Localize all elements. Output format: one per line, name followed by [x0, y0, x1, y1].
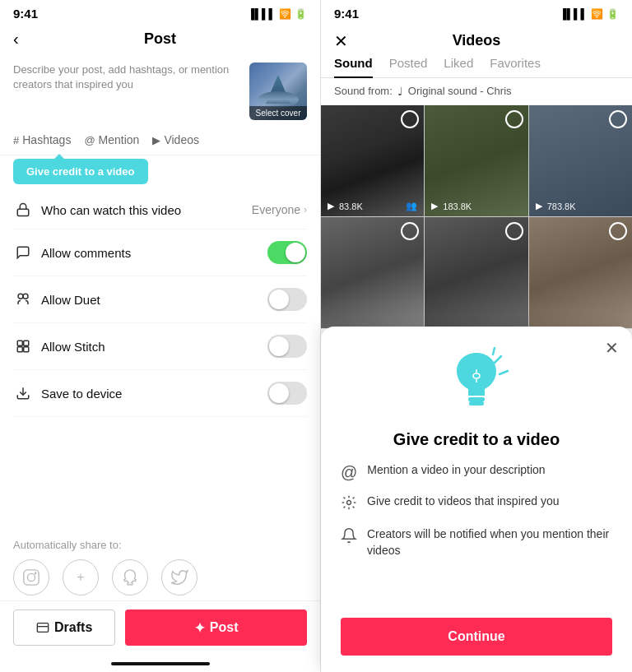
group-icon-1: 👥 — [406, 201, 417, 211]
close-button[interactable]: ✕ — [334, 31, 348, 51]
tab-sound[interactable]: Sound — [334, 56, 373, 78]
content-tabs: # Hashtags @ Mention ▶ Videos — [0, 128, 320, 155]
share-icons-row: + — [13, 559, 307, 596]
give-credit-tooltip[interactable]: Give credit to a video — [13, 159, 148, 184]
videos-title: Videos — [453, 32, 501, 49]
settings-list: Who can watch this video Everyone › Allo… — [0, 191, 320, 531]
tab-mention-label: Mention — [99, 133, 140, 146]
video-select-1[interactable] — [401, 110, 419, 128]
snapchat-share-button[interactable] — [112, 559, 148, 596]
video-select-4[interactable] — [401, 222, 419, 240]
setting-allow-comments: Allow comments — [13, 229, 307, 276]
play-icon-3: ▶ — [536, 201, 542, 211]
home-indicator-left — [111, 662, 210, 665]
video-cell-4[interactable] — [321, 217, 424, 328]
allow-comments-toggle[interactable] — [267, 241, 307, 264]
modal-feature-1: @ Mention a video in your description — [341, 462, 612, 482]
share-section: Automatically share to: + — [0, 531, 320, 600]
video-cell-1[interactable]: ▶ 83.8K 👥 — [321, 105, 424, 216]
signal-icon: ▐▌▌▌ — [248, 8, 276, 20]
give-credit-modal: ✕ Give credit to a video @ Men — [321, 327, 632, 672]
post-label: Post — [210, 620, 239, 635]
chevron-right-icon: › — [304, 204, 307, 216]
svg-rect-3 — [17, 341, 22, 345]
play-icon-2: ▶ — [431, 201, 438, 211]
bottom-action-bar: Drafts ✦ Post — [0, 600, 320, 662]
back-button[interactable]: ‹ — [13, 30, 19, 49]
select-cover-button[interactable]: Select cover — [249, 106, 307, 120]
status-bar-right: 9:41 ▐▌▌▌ 🛜 🔋 — [321, 0, 632, 24]
lock-icon — [13, 202, 33, 217]
modal-illustration — [341, 346, 612, 420]
tab-liked[interactable]: Liked — [444, 56, 473, 78]
modal-close-button[interactable]: ✕ — [605, 338, 619, 358]
post-button[interactable]: ✦ Post — [125, 609, 307, 646]
comment-icon — [13, 245, 33, 260]
toggle-knob-comments — [286, 243, 305, 262]
svg-rect-5 — [17, 347, 22, 352]
duet-icon — [13, 292, 33, 307]
video-select-6[interactable] — [609, 222, 627, 240]
toggle-knob-save — [269, 383, 289, 403]
video-select-5[interactable] — [505, 222, 523, 240]
stitch-icon — [13, 339, 33, 354]
svg-rect-8 — [24, 570, 39, 585]
allow-duet-label: Allow Duet — [41, 293, 267, 307]
video-cell-3[interactable]: ▶ 783.8K — [529, 105, 632, 216]
sound-name: Original sound - Chris — [408, 85, 512, 97]
video-cell-2[interactable]: ▶ 183.8K — [425, 105, 527, 216]
instagram-share-button[interactable] — [13, 559, 49, 596]
wifi-icon: 🛜 — [279, 8, 291, 20]
drafts-button[interactable]: Drafts — [13, 609, 115, 646]
left-panel: 9:41 ▐▌▌▌ 🛜 🔋 ‹ Post Describe your post,… — [0, 0, 321, 672]
video-count-3: 783.8K — [547, 202, 576, 211]
setting-save-to-device: Save to device — [13, 370, 307, 417]
svg-line-14 — [500, 371, 508, 374]
more-share-button[interactable]: + — [63, 559, 99, 596]
video-count-1: 83.8K — [339, 202, 363, 211]
page-title-left: Post — [144, 30, 176, 48]
svg-point-20 — [347, 501, 351, 505]
description-area: Describe your post, add hashtags, or men… — [0, 54, 320, 128]
bulb-svg — [444, 346, 509, 420]
who-can-watch-label: Who can watch this video — [41, 203, 252, 217]
sparkle-feature-icon — [341, 494, 357, 515]
tab-posted[interactable]: Posted — [389, 56, 428, 78]
tab-mention[interactable]: @ Mention — [84, 133, 139, 150]
tab-videos-label: Videos — [164, 133, 199, 146]
twitter-share-button[interactable] — [161, 559, 198, 596]
modal-feature-2: Give credit to videos that inspired you — [341, 494, 612, 515]
post-sparkle-icon: ✦ — [194, 620, 205, 636]
svg-point-2 — [23, 294, 28, 299]
music-note-icon: ♩ — [397, 85, 403, 98]
save-to-device-toggle[interactable] — [267, 382, 307, 405]
video-select-3[interactable] — [609, 110, 627, 128]
time-right: 9:41 — [334, 7, 359, 21]
battery-icon-right: 🔋 — [606, 8, 619, 20]
allow-duet-toggle[interactable] — [267, 288, 307, 311]
toggle-knob-duet — [269, 290, 289, 309]
tab-hashtags[interactable]: # Hashtags — [13, 133, 71, 150]
at-icon: @ — [84, 134, 95, 146]
setting-who-can-watch[interactable]: Who can watch this video Everyone › — [13, 191, 307, 229]
drafts-label: Drafts — [54, 620, 92, 635]
cover-thumbnail[interactable]: Select cover — [249, 63, 307, 120]
svg-rect-16 — [468, 397, 485, 401]
description-field[interactable]: Describe your post, add hashtags, or men… — [13, 63, 239, 92]
toggle-knob-stitch — [269, 336, 289, 356]
video-select-2[interactable] — [505, 110, 523, 128]
videos-screen: 9:41 ▐▌▌▌ 🛜 🔋 ✕ Videos Sound Posted Like… — [321, 0, 632, 329]
setting-allow-stitch: Allow Stitch — [13, 323, 307, 370]
continue-button[interactable]: Continue — [341, 618, 612, 656]
setting-allow-duet: Allow Duet — [13, 276, 307, 323]
tab-hashtags-label: Hashtags — [22, 133, 71, 146]
video-cell-6[interactable] — [529, 217, 632, 328]
allow-stitch-toggle[interactable] — [267, 335, 307, 358]
tab-videos[interactable]: ▶ Videos — [152, 133, 199, 150]
tab-favorites[interactable]: Favorites — [490, 56, 541, 78]
status-icons-left: ▐▌▌▌ 🛜 🔋 — [248, 8, 307, 20]
sound-from-label: Sound from: — [334, 85, 393, 97]
svg-rect-6 — [24, 347, 29, 352]
who-can-watch-value: Everyone › — [252, 203, 307, 216]
video-cell-5[interactable] — [425, 217, 527, 328]
